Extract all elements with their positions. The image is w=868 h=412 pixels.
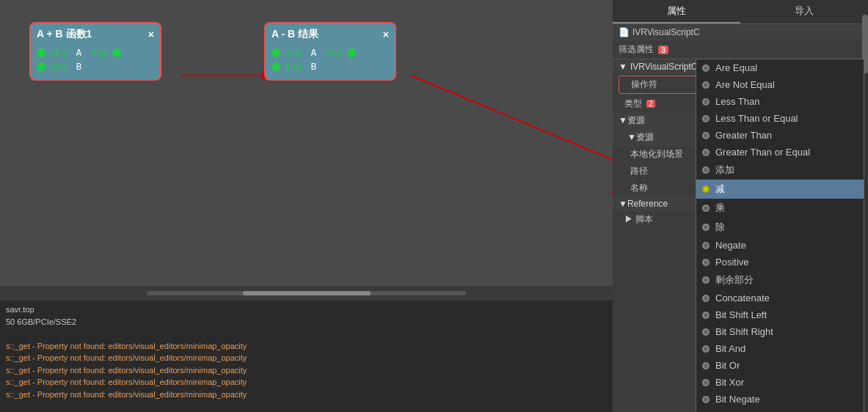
- tab-import[interactable]: 导入: [740, 0, 868, 23]
- dropdown-item-multiply[interactable]: 乘: [696, 199, 864, 218]
- node2-close-button[interactable]: ×: [383, 29, 389, 40]
- label-are-not-equal: Are Not Equal: [715, 79, 775, 90]
- log-line-9: [6, 400, 607, 412]
- label-bit-shift-left: Bit Shift Left: [715, 309, 767, 320]
- dropdown-item-bit-shift-left[interactable]: Bit Shift Left: [696, 306, 864, 323]
- node1-port-a-name: A: [76, 47, 81, 58]
- node2-port-a-label-right: any: [325, 47, 342, 58]
- log-line-1: savr.top: [6, 304, 607, 316]
- label-are-equal: Are Equal: [715, 62, 757, 73]
- dropdown-item-greater-than[interactable]: Greater Than: [696, 127, 864, 144]
- log-line-3: [6, 328, 607, 340]
- dropdown-item-bit-xor[interactable]: Bit Xor: [696, 374, 864, 391]
- radio-concatenate: [702, 295, 710, 302]
- log-line-8: s::_get - Property not found: editors/vi…: [6, 389, 607, 401]
- label-greater-than-or-equal: Greater Than or Equal: [715, 147, 810, 158]
- filter-label: 筛选属性 3: [619, 43, 862, 56]
- node-canvas[interactable]: A + B 函数1 × any A any any B A - B 结果 × a…: [0, 0, 613, 301]
- label-subtract: 减: [715, 183, 725, 196]
- svg-line-1: [411, 76, 613, 161]
- canvas-scrollbar[interactable]: [0, 286, 613, 301]
- node2-port-b: any B: [271, 61, 389, 72]
- radio-negate: [702, 242, 710, 249]
- node1-header: A + B 函数1 ×: [37, 28, 154, 41]
- radio-less-than: [702, 98, 710, 106]
- log-area: savr.top 50 6GB/PCIe/SSE2 s::_get - Prop…: [0, 301, 613, 412]
- node1-close-button[interactable]: ×: [148, 29, 154, 40]
- label-concatenate: Concatenate: [715, 293, 770, 304]
- node1-port-a-label-right: any: [90, 47, 107, 58]
- radio-bit-xor: [702, 379, 710, 386]
- label-add: 添加: [715, 163, 734, 177]
- log-line-2: 50 6GB/PCIe/SSE2: [6, 316, 607, 328]
- radio-less-than-or-equal: [702, 115, 710, 122]
- label-less-than-or-equal: Less Than or Equal: [715, 113, 798, 124]
- dropdown-item-subtract[interactable]: 减: [696, 180, 864, 199]
- radio-positive: [702, 259, 710, 266]
- type-label: 类型: [624, 98, 642, 110]
- radio-bit-negate: [702, 396, 710, 403]
- log-line-5: s::_get - Property not found: editors/vi…: [6, 352, 607, 364]
- dropdown-item-positive[interactable]: Positive: [696, 254, 864, 271]
- node2-port-b-label: any: [285, 61, 302, 72]
- dropdown-item-add[interactable]: 添加: [696, 161, 864, 180]
- dropdown-item-and[interactable]: And: [696, 408, 864, 412]
- dropdown-item-bit-or[interactable]: Bit Or: [696, 357, 864, 374]
- radio-are-not-equal: [702, 81, 710, 89]
- node2-port-a-label-left: any: [285, 47, 302, 58]
- chevron-down-icon: ▼: [619, 62, 627, 72]
- node1-port-a-left-dot[interactable]: [37, 48, 45, 57]
- radio-subtract: [702, 185, 710, 193]
- type-badge: 2: [646, 100, 655, 108]
- node2-port-b-left-dot[interactable]: [271, 62, 280, 71]
- node2-port-a-right-dot[interactable]: [347, 48, 356, 57]
- node1-port-a-label-left: any: [50, 47, 67, 58]
- operator-label: 操作符: [631, 78, 657, 91]
- reference-label: ▼Reference: [619, 199, 668, 209]
- radio-add: [702, 166, 710, 174]
- label-remainder: 剩余部分: [715, 273, 754, 287]
- dropdown-item-are-not-equal[interactable]: Are Not Equal: [696, 76, 864, 93]
- ivr-row: 📄 IVRVisualScriptC: [613, 24, 868, 40]
- radio-greater-than: [702, 132, 710, 139]
- dropdown-item-bit-and[interactable]: Bit And: [696, 340, 864, 357]
- dropdown-item-are-equal[interactable]: Are Equal: [696, 59, 864, 76]
- dropdown-item-less-than[interactable]: Less Than: [696, 93, 864, 110]
- dropdown-item-negate[interactable]: Negate: [696, 237, 864, 254]
- resources-label: ▼资源: [619, 114, 645, 127]
- node2-port-a: any A any: [271, 47, 389, 58]
- label-positive: Positive: [715, 257, 749, 268]
- dropdown-item-greater-than-or-equal[interactable]: Greater Than or Equal: [696, 144, 864, 161]
- node-card-2[interactable]: A - B 结果 × any A any any B: [264, 22, 396, 81]
- dropdown-item-remainder[interactable]: 剩余部分: [696, 271, 864, 290]
- log-line-7: s::_get - Property not found: editors/vi…: [6, 376, 607, 389]
- node1-port-b-name: B: [76, 61, 81, 72]
- label-bit-negate: Bit Negate: [715, 394, 760, 405]
- node2-title: A - B 结果: [271, 28, 318, 41]
- dropdown-item-divide[interactable]: 除: [696, 218, 864, 237]
- radio-are-equal: [702, 65, 710, 72]
- radio-remainder: [702, 276, 710, 284]
- node1-port-a: any A any: [37, 47, 154, 58]
- log-line-4: s::_get - Property not found: editors/vi…: [6, 340, 607, 353]
- dropdown-item-concatenate[interactable]: Concatenate: [696, 290, 864, 306]
- radio-divide: [702, 224, 710, 231]
- log-line-6: s::_get - Property not found: editors/vi…: [6, 364, 607, 377]
- operator-dropdown[interactable]: Are Equal Are Not Equal Less Than Less T…: [696, 59, 864, 412]
- dropdown-item-bit-negate[interactable]: Bit Negate: [696, 391, 864, 408]
- radio-bit-shift-left: [702, 312, 710, 319]
- radio-greater-than-or-equal: [702, 149, 710, 156]
- file-icon: 📄: [619, 27, 630, 37]
- node-card-1[interactable]: A + B 函数1 × any A any any B: [29, 22, 161, 81]
- node1-port-a-right-dot[interactable]: [112, 48, 121, 57]
- filter-section: 筛选属性 3: [613, 40, 868, 59]
- radio-bit-shift-right: [702, 328, 710, 336]
- node2-port-a-left-dot[interactable]: [271, 48, 280, 57]
- tab-properties[interactable]: 属性: [613, 0, 740, 23]
- label-bit-or: Bit Or: [715, 360, 740, 371]
- dropdown-item-less-than-or-equal[interactable]: Less Than or Equal: [696, 110, 864, 127]
- sub-resources-label: ▼资源: [627, 131, 654, 144]
- node1-port-b-left-dot[interactable]: [37, 62, 45, 71]
- dropdown-item-bit-shift-right[interactable]: Bit Shift Right: [696, 323, 864, 340]
- label-divide: 除: [715, 221, 725, 234]
